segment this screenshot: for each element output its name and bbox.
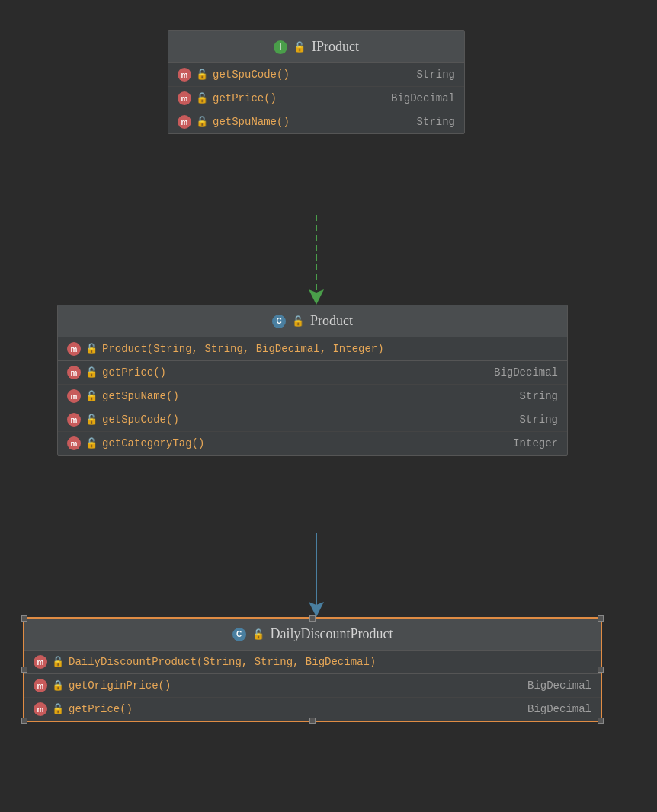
iproduct-lock-icon: 🔓 (293, 41, 306, 53)
method-icon: m (178, 91, 191, 105)
method-lock-icon: 🔒 (52, 679, 64, 692)
method-type: BigDecimal (527, 679, 591, 692)
method-type: BigDecimal (391, 92, 455, 104)
handle-mr (598, 667, 604, 673)
method-lock-icon: 🔓 (196, 116, 208, 128)
method-lock-icon: 🔓 (85, 343, 98, 355)
product-constructor[interactable]: m 🔓 Product(String, String, BigDecimal, … (58, 337, 567, 360)
product-header: C 🔓 Product (58, 305, 567, 337)
product-method-4[interactable]: m 🔓 getCategoryTag() Integer (58, 432, 567, 455)
method-lock-icon: 🔓 (85, 437, 98, 449)
method-icon: m (34, 679, 47, 692)
method-icon: m (178, 68, 191, 82)
class-dailydiscountproduct[interactable]: C 🔓 DailyDiscountProduct m 🔓 DailyDiscou… (23, 617, 602, 722)
interface-icon: I (274, 40, 287, 54)
iproduct-header: I 🔓 IProduct (168, 31, 464, 63)
daily-header: C 🔓 DailyDiscountProduct (24, 619, 601, 651)
method-type: String (417, 69, 455, 81)
iproduct-method-2[interactable]: m 🔓 getPrice() BigDecimal (168, 87, 464, 110)
method-icon: m (67, 342, 81, 356)
method-lock-icon: 🔓 (52, 703, 64, 715)
method-lock-icon: 🔓 (52, 656, 64, 668)
handle-br (598, 718, 604, 724)
handle-bl (21, 718, 27, 724)
method-type: BigDecimal (527, 703, 591, 715)
method-icon: m (67, 389, 81, 403)
handle-ml (21, 667, 27, 673)
daily-constructor-section: m 🔓 DailyDiscountProduct(String, String,… (24, 651, 601, 674)
handle-tl (21, 615, 27, 622)
daily-name: DailyDiscountProduct (271, 626, 393, 642)
method-icon: m (34, 655, 47, 669)
product-constructor-section: m 🔓 Product(String, String, BigDecimal, … (58, 337, 567, 361)
method-lock-icon: 🔓 (85, 414, 98, 426)
method-lock-icon: 🔓 (85, 366, 98, 379)
class-icon: C (232, 628, 246, 641)
iproduct-method-1[interactable]: m 🔓 getSpuCode() String (168, 63, 464, 87)
class-iproduct[interactable]: I 🔓 IProduct m 🔓 getSpuCode() String m 🔓… (168, 30, 465, 134)
method-name: getSpuName() (213, 116, 412, 128)
handle-bc (309, 718, 316, 724)
product-methods: m 🔓 getPrice() BigDecimal m 🔓 getSpuName… (58, 361, 567, 455)
iproduct-methods: m 🔓 getSpuCode() String m 🔓 getPrice() B… (168, 63, 464, 133)
method-lock-icon: 🔓 (196, 69, 208, 81)
method-icon: m (34, 702, 47, 716)
method-name: getPrice() (69, 703, 523, 715)
handle-tc (309, 615, 316, 622)
method-type: String (417, 116, 455, 128)
method-name: getPrice() (213, 92, 386, 104)
method-icon: m (67, 413, 81, 427)
method-icon: m (178, 115, 191, 129)
method-name: getOriginPrice() (69, 679, 523, 692)
daily-constructor[interactable]: m 🔓 DailyDiscountProduct(String, String,… (24, 651, 601, 673)
daily-lock-icon: 🔓 (252, 628, 264, 641)
method-lock-icon: 🔓 (85, 390, 98, 402)
iproduct-method-3[interactable]: m 🔓 getSpuName() String (168, 110, 464, 133)
method-name: getPrice() (102, 366, 489, 379)
method-name: getSpuCode() (102, 414, 515, 426)
constructor-name: Product(String, String, BigDecimal, Inte… (102, 343, 558, 355)
method-type: BigDecimal (494, 366, 558, 379)
product-lock-icon: 🔓 (292, 315, 304, 328)
class-icon: C (272, 315, 286, 328)
handle-tr (598, 615, 604, 622)
method-type: String (520, 414, 558, 426)
product-method-1[interactable]: m 🔓 getPrice() BigDecimal (58, 361, 567, 385)
method-name: getSpuCode() (213, 69, 412, 81)
method-icon: m (67, 366, 81, 379)
method-type: String (520, 390, 558, 402)
method-icon: m (67, 436, 81, 450)
method-name: getSpuName() (102, 390, 515, 402)
method-name: getCategoryTag() (102, 437, 508, 449)
product-name: Product (310, 313, 353, 329)
product-method-3[interactable]: m 🔓 getSpuCode() String (58, 408, 567, 432)
method-type: Integer (513, 437, 558, 449)
daily-methods: m 🔒 getOriginPrice() BigDecimal m 🔓 getP… (24, 674, 601, 721)
constructor-name: DailyDiscountProduct(String, String, Big… (69, 656, 591, 668)
daily-method-1[interactable]: m 🔒 getOriginPrice() BigDecimal (24, 674, 601, 698)
iproduct-name: IProduct (312, 39, 359, 55)
method-lock-icon: 🔓 (196, 92, 208, 104)
diagram-canvas[interactable]: I 🔓 IProduct m 🔓 getSpuCode() String m 🔓… (0, 0, 657, 812)
product-method-2[interactable]: m 🔓 getSpuName() String (58, 385, 567, 408)
class-product[interactable]: C 🔓 Product m 🔓 Product(String, String, … (57, 305, 568, 456)
